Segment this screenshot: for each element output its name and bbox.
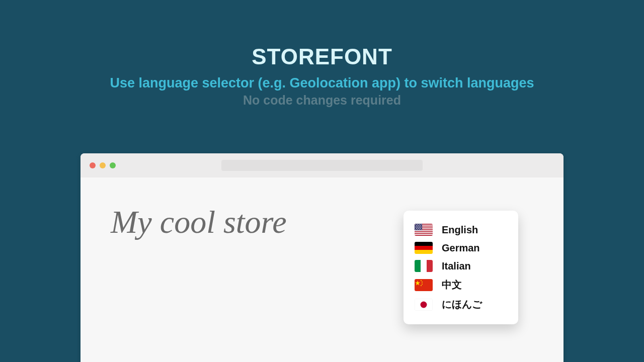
- svg-point-8: [416, 224, 417, 225]
- svg-point-25: [421, 229, 422, 230]
- language-label: German: [442, 242, 480, 254]
- language-label: English: [442, 224, 478, 236]
- svg-point-19: [416, 228, 417, 229]
- language-label: 中文: [442, 278, 462, 292]
- svg-point-16: [417, 227, 418, 228]
- svg-point-9: [417, 224, 418, 225]
- flag-jp-icon: [415, 299, 433, 311]
- language-label: にほんご: [442, 298, 482, 311]
- language-option-english[interactable]: English: [413, 221, 509, 239]
- svg-rect-27: [415, 246, 433, 250]
- browser-titlebar: [80, 153, 564, 177]
- browser-content: My cool store English: [80, 177, 564, 362]
- svg-point-13: [418, 226, 419, 227]
- svg-rect-5: [415, 232, 433, 233]
- language-option-japanese[interactable]: にほんご: [413, 295, 509, 314]
- svg-rect-30: [421, 260, 427, 272]
- svg-point-18: [421, 227, 422, 228]
- header: STOREFONT Use language selector (e.g. Ge…: [0, 44, 644, 108]
- svg-point-21: [420, 228, 421, 229]
- flag-cn-icon: [415, 279, 433, 291]
- store-title: My cool store: [111, 204, 287, 241]
- svg-point-17: [419, 227, 420, 228]
- svg-point-20: [418, 228, 419, 229]
- maximize-icon[interactable]: [110, 162, 116, 168]
- flag-us-icon: [415, 224, 433, 236]
- svg-rect-6: [415, 234, 433, 235]
- page-note: No code changes required: [0, 93, 644, 108]
- svg-point-14: [420, 226, 421, 227]
- svg-point-37: [421, 285, 422, 286]
- svg-point-24: [419, 229, 420, 230]
- url-bar[interactable]: [221, 160, 423, 171]
- svg-point-35: [422, 282, 423, 283]
- flag-de-icon: [415, 242, 433, 254]
- page-title: STOREFONT: [0, 44, 644, 69]
- browser-window: My cool store English: [80, 153, 564, 362]
- language-option-italian[interactable]: Italian: [413, 257, 509, 275]
- svg-point-15: [416, 227, 417, 228]
- svg-point-23: [417, 229, 418, 230]
- window-controls: [90, 162, 116, 168]
- minimize-icon[interactable]: [100, 162, 106, 168]
- language-label: Italian: [442, 260, 471, 272]
- language-option-german[interactable]: German: [413, 239, 509, 257]
- close-icon[interactable]: [90, 162, 96, 168]
- page-subtitle: Use language selector (e.g. Geolocation …: [0, 75, 644, 91]
- language-option-chinese[interactable]: 中文: [413, 275, 509, 295]
- svg-rect-28: [415, 250, 433, 254]
- svg-rect-26: [415, 242, 433, 246]
- language-selector[interactable]: English German: [404, 211, 518, 324]
- svg-point-39: [421, 301, 427, 308]
- svg-point-10: [419, 224, 420, 225]
- svg-point-22: [416, 229, 417, 230]
- svg-point-12: [416, 226, 417, 227]
- flag-it-icon: [415, 260, 433, 272]
- svg-rect-31: [427, 260, 433, 272]
- svg-rect-4: [415, 230, 433, 231]
- svg-point-36: [422, 284, 423, 285]
- svg-point-34: [421, 280, 422, 281]
- svg-rect-32: [415, 279, 433, 291]
- svg-rect-29: [415, 260, 421, 272]
- svg-point-11: [421, 224, 422, 225]
